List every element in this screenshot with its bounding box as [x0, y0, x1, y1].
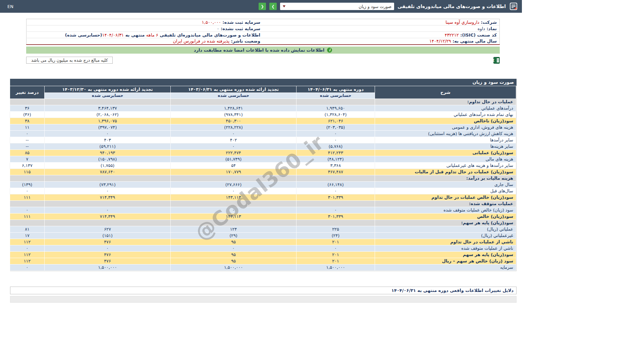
- value-cell: (۶۶,۱۴۸): [297, 181, 375, 188]
- company-info-row: سال مالی منتهی به: ۱۴۰۴/۱۲/۲۹وضعیت ناشر:…: [26, 38, 500, 45]
- value-cell: ۱۲۴: [171, 226, 297, 232]
- value-cell: (۹۷۸,۳۴۱): [171, 111, 297, 118]
- company-info-body: شرکت: داروسازي آوه سيناسرمایه ثبت شده: ۱…: [26, 19, 500, 45]
- value-cell: ۲۰۱: [297, 251, 375, 258]
- value-cell: ۰: [171, 188, 297, 194]
- statement-row: عملیات متوقف شده:: [10, 200, 516, 207]
- value-cell: [10, 200, 45, 207]
- value-cell: ۴۵۰,۳۰۰: [171, 118, 297, 124]
- value-cell: --: [10, 137, 45, 143]
- value-cell: (۲۹): [171, 232, 297, 239]
- value-cell: ۷۱۴,۳۴۹: [45, 194, 171, 200]
- value-cell: ۳۰۱,۳۳۹: [297, 213, 375, 220]
- row-label-cell: هزینه مالیات بر درآمد:: [375, 175, 516, 181]
- value-cell: ۹۵: [171, 258, 297, 264]
- value-cell: (۳۹۷,۰۷۴): [45, 124, 171, 130]
- english-language-link[interactable]: EN: [7, 4, 13, 9]
- statement-body: عملیات در حال تداوم:درآمدهای عملیاتي۱,۹۴…: [10, 99, 516, 270]
- column-header-restated-prior-year: تجدید ارائه شده دوره منتهی به ۱۴۰۳/۱۲/۳۰: [45, 86, 171, 93]
- row-label-cell: هزینه های فروش، اداری و عمومی: [375, 124, 516, 130]
- next-statement-button[interactable]: ❯: [269, 3, 277, 10]
- value-cell: ۰: [171, 207, 297, 213]
- value-cell: ۴۱۲,۲۴۳: [297, 149, 375, 156]
- statement-row: سود(زیان) ناخالص۶۲۱,۰۴۶۴۵۰,۳۰۰۱,۳۹۶,۰۷۵۳…: [10, 118, 516, 124]
- value-cell: ۶۲۷: [45, 226, 171, 232]
- value-cell: ۱۴۳,۱۱۳: [171, 213, 297, 220]
- value-cell: ۰: [297, 137, 375, 143]
- statement-row: هزینه کاهش ارزش دریافتنی ها (هزینه استثن…: [10, 130, 516, 137]
- value-cell: ۰: [297, 207, 375, 213]
- value-cell: ۶,۱۳۷: [10, 162, 45, 169]
- changes-reasons-header: دلایل تغییرات اطلاعات واقعی دوره منتهی ب…: [10, 287, 517, 294]
- column-header-change-percent: درصد تغییر: [10, 86, 45, 99]
- codal-logo-icon: [509, 2, 518, 11]
- statement-header-row: شرح دوره منتهی به ۱۴۰۴/۰۶/۳۱ تجدید ارائه…: [10, 86, 516, 93]
- value-cell: (۵۹,۲۱۱): [45, 143, 171, 149]
- value-cell: ۳۶۷,۴۸۷: [297, 169, 375, 175]
- value-cell: ۲۰۱: [297, 258, 375, 264]
- row-label-cell: سرمایه: [375, 264, 516, 270]
- row-label-cell: سایر درآمدها: [375, 137, 516, 143]
- info-value: ۱,۵۰۰,۰۰۰: [202, 20, 221, 25]
- row-label-cell: سود (زیان) خالص عملیات متوقف شده: [375, 207, 516, 213]
- page: اطلاعات و صورت‌های مالی میاندوره‌ای تلفی…: [0, 0, 522, 362]
- row-label-cell: عملیات متوقف شده:: [375, 200, 516, 207]
- income-statement-section: صورت سود و زیان شرح دوره منتهی به ۱۴۰۴/۰…: [10, 79, 517, 271]
- company-info-section: شرکت: داروسازي آوه سيناسرمایه ثبت شده: ۱…: [26, 19, 500, 45]
- banner-text: اطلاعات نمایش داده شده با اطلاعات امضا ش…: [194, 48, 325, 53]
- excel-export-icon[interactable]: X: [493, 57, 500, 64]
- audited-subheader: حسابرسی شده: [297, 93, 375, 99]
- value-cell: [10, 175, 45, 181]
- statement-select[interactable]: صورت سود و زیان: [280, 3, 394, 10]
- value-cell: ۱۱۱: [10, 213, 45, 220]
- value-cell: (۲۷,۶۶۶): [171, 181, 297, 188]
- value-cell: [297, 200, 375, 207]
- company-info-table: شرکت: داروسازي آوه سيناسرمایه ثبت شده: ۱…: [26, 19, 500, 45]
- statement-row: عملیات در حال تداوم:: [10, 99, 516, 105]
- value-cell: [10, 220, 45, 226]
- value-cell: (۱۵۱): [45, 232, 171, 239]
- value-cell: ۳,۴۶۴,۱۳۷: [45, 105, 171, 111]
- statement-row: سود (زیان) خالص عملیات متوقف شده۰۰۰۰: [10, 207, 516, 213]
- value-cell: ۲۲۵: [297, 226, 375, 232]
- value-cell: ۶۲۱,۰۴۶: [297, 118, 375, 124]
- statement-row: سال جاری(۶۶,۱۴۸)(۲۷,۶۶۶)(۷۳,۲۹۱)(۱۳۹): [10, 181, 516, 188]
- value-cell: ۰: [297, 245, 375, 251]
- value-cell: ۳۶: [10, 105, 45, 111]
- value-cell: ۴۷۶: [45, 258, 171, 264]
- company-info-row: نماد: داوهسرمایه ثبت نشده: ۰: [26, 25, 500, 32]
- value-cell: ۱,۵۰۰,۰۰۰: [171, 264, 297, 270]
- value-cell: ۳۸: [10, 118, 45, 124]
- prev-statement-button[interactable]: ❮: [259, 3, 266, 10]
- value-cell: ۱۱۲: [10, 239, 45, 245]
- value-cell: (۱۵۰,۷۹۸): [45, 156, 171, 162]
- row-label-cell: درآمدهای عملیاتي: [375, 105, 516, 111]
- company-info-cell: سال مالی منتهی به: ۱۴۰۴/۱۲/۲۹: [263, 38, 500, 45]
- info-value: ۱۴۰۴/۰۶/۳۱: [102, 33, 124, 38]
- row-label-cell: بهای تمام شده درآمدهای عملیاتي: [375, 111, 516, 118]
- value-cell: [171, 200, 297, 207]
- statement-select-value: صورت سود و زیان: [359, 4, 391, 9]
- value-cell: ۰: [297, 130, 375, 137]
- row-label-cell: سایر هزینه‌ها: [375, 143, 516, 149]
- info-label: کد صنعت (ISIC):: [459, 33, 497, 38]
- value-cell: (۱۳۹): [10, 181, 45, 188]
- top-header-bar: اطلاعات و صورت‌های مالی میاندوره‌ای تلفی…: [0, 0, 522, 13]
- units-note: کلیه مبالغ درج شده به میلیون ریال می باش…: [26, 57, 113, 64]
- value-cell: (۷۳,۲۹۱): [45, 181, 171, 188]
- statement-row: غیرعملیاتي (ریال)(۲۴)(۲۹)(۱۵۱)۱۷: [10, 232, 516, 239]
- row-label-cell: ناشي از عملیات در حال تداوم: [375, 239, 516, 245]
- value-cell: (۵,۷۶۸): [297, 143, 375, 149]
- info-value: ۱۴۰۴/۱۲/۲۹: [429, 39, 451, 44]
- value-cell: ۴۰۳: [45, 137, 171, 143]
- value-cell: ۹۵: [171, 239, 297, 245]
- statement-row: هزینه های مالی(۴۸,۱۲۴)(۵۱,۷۴۹)(۱۵۰,۷۹۸)۷: [10, 156, 516, 162]
- row-label-cell: سود(زیان) خالص: [375, 213, 516, 220]
- statement-row: سایر درآمدها۰۴۰۲۴۰۳--: [10, 137, 516, 143]
- company-info-cell: وضعیت ناشر: پذيرفته شده در فرابورس ايران: [26, 38, 263, 45]
- value-cell: ۰: [171, 130, 297, 137]
- value-cell: ۸۵: [10, 149, 45, 156]
- statement-row: سود(زیان) پایه هر سهم:: [10, 220, 516, 226]
- value-cell: (۱,۷۵۵): [45, 162, 171, 169]
- info-value: ۶ ماهه: [146, 33, 158, 38]
